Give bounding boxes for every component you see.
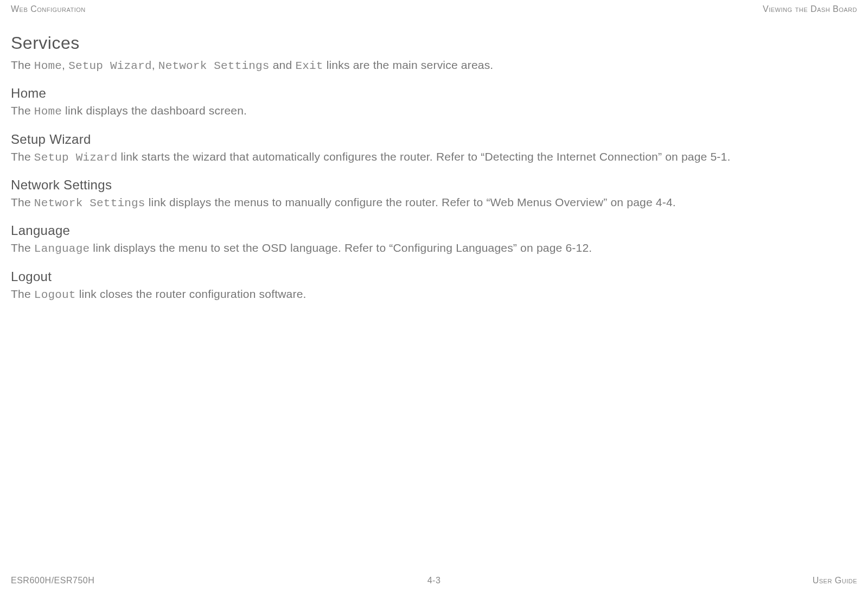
mono-network-settings: Network Settings: [158, 60, 270, 72]
header-right: Viewing the Dash Board: [763, 4, 857, 14]
paragraph-language: The Language link displays the menu to s…: [11, 240, 857, 257]
text-segment: ,: [62, 59, 68, 71]
mono-logout: Logout: [34, 289, 76, 301]
paragraph-setup-wizard: The Setup Wizard link starts the wizard …: [11, 149, 857, 165]
paragraph-home: The Home link displays the dashboard scr…: [11, 103, 857, 119]
mono-setup-wizard: Setup Wizard: [68, 60, 152, 72]
heading-network-settings: Network Settings: [11, 177, 857, 193]
mono-language: Language: [34, 243, 90, 255]
text-segment: link starts the wizard that automaticall…: [117, 150, 730, 163]
text-segment: ,: [152, 59, 158, 71]
page-header: Web Configuration Viewing the Dash Board: [11, 0, 857, 28]
heading-setup-wizard: Setup Wizard: [11, 132, 857, 147]
paragraph-logout: The Logout link closes the router config…: [11, 287, 857, 303]
mono-home: Home: [34, 105, 62, 118]
paragraph-network-settings: The Network Settings link displays the m…: [11, 195, 857, 211]
text-segment: links are the main service areas.: [323, 59, 494, 71]
text-segment: The: [11, 241, 34, 254]
text-segment: and: [270, 59, 296, 71]
header-left: Web Configuration: [11, 4, 86, 14]
footer-page-number: 4-3: [427, 576, 441, 585]
footer-left: ESR600H/ESR750H: [11, 576, 94, 585]
text-segment: The: [11, 59, 34, 71]
text-segment: The: [11, 150, 34, 163]
heading-logout: Logout: [11, 269, 857, 284]
footer-right: User Guide: [813, 576, 857, 585]
text-segment: link displays the dashboard screen.: [62, 104, 247, 117]
text-segment: The: [11, 104, 34, 117]
text-segment: The: [11, 288, 34, 300]
page-content: Services The Home, Setup Wizard, Network…: [11, 28, 857, 303]
paragraph-services-intro: The Home, Setup Wizard, Network Settings…: [11, 58, 857, 74]
text-segment: link displays the menu to set the OSD la…: [90, 241, 592, 254]
heading-language: Language: [11, 223, 857, 238]
text-segment: The: [11, 196, 34, 208]
mono-home: Home: [34, 60, 62, 72]
mono-setup-wizard: Setup Wizard: [34, 151, 118, 164]
page-footer: ESR600H/ESR750H 4-3 User Guide: [11, 576, 857, 585]
mono-network-settings: Network Settings: [34, 197, 145, 209]
heading-home: Home: [11, 86, 857, 101]
text-segment: link displays the menus to manually conf…: [145, 196, 676, 208]
mono-exit: Exit: [295, 60, 323, 72]
text-segment: link closes the router configuration sof…: [76, 288, 307, 300]
heading-services: Services: [11, 33, 857, 53]
